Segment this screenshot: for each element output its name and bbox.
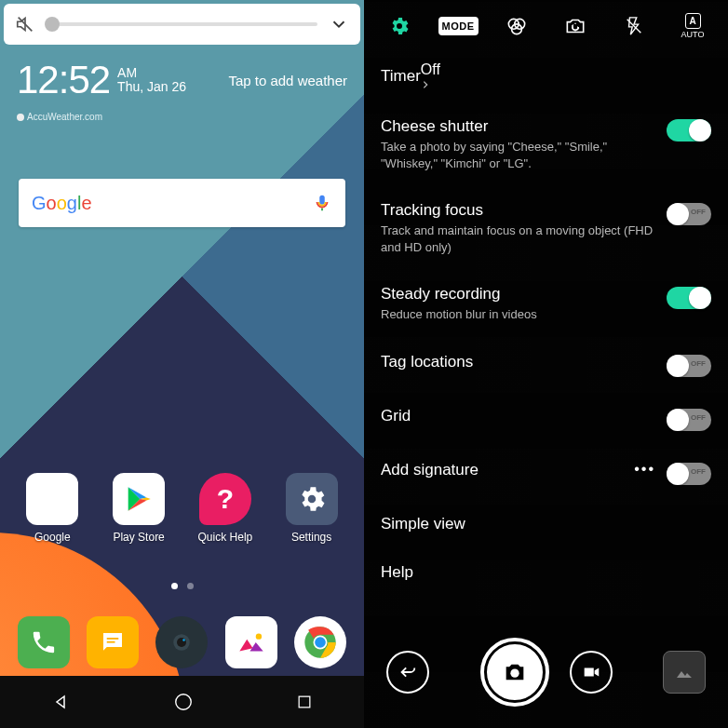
mute-icon [15,14,35,34]
setting-value: Off [421,61,440,77]
svg-point-5 [255,634,261,640]
flash-icon[interactable] [613,16,654,36]
volume-panel [4,4,360,45]
chevron-right-icon [421,78,430,91]
setting-title: Steady recording [381,285,655,303]
setting-title: Tracking focus [381,201,655,220]
app-label: Google [34,531,71,544]
add-weather-prompt[interactable]: Tap to add weather [228,73,347,88]
svg-point-3 [177,638,186,647]
camera-settings-icon[interactable] [379,15,420,37]
mode-label: MODE [438,17,479,35]
accuweather-attribution: AccuWeather.com [17,112,102,122]
auto-label: AUTO [681,30,705,39]
app-label: Settings [291,531,331,544]
app-settings[interactable]: Settings [279,473,344,544]
setting-title: Cheese shutter [381,117,655,136]
camera-topbar: MODE A AUTO [364,0,728,52]
toggle-switch[interactable]: OFF [667,463,711,485]
setting-title: Timer [381,67,421,86]
setting-steady-recording[interactable]: Steady recording Reduce motion blur in v… [381,270,711,338]
dock-gallery[interactable] [219,616,284,668]
clock-date: Thu, Jan 26 [117,80,186,94]
google-logo: Google [32,193,92,214]
shutter-button[interactable] [480,638,549,707]
accuweather-icon [17,114,24,121]
setting-title: Grid [381,407,655,425]
svg-point-8 [315,637,326,648]
accuweather-label: AccuWeather.com [27,112,102,122]
setting-help[interactable]: Help [381,548,711,597]
chevron-down-icon[interactable] [329,14,349,34]
svg-rect-10 [299,696,310,708]
app-row: Google Play Store ? Quick Help Settings [0,473,364,544]
switch-camera-icon[interactable] [555,14,596,38]
dock-messages[interactable] [80,616,145,668]
svg-rect-0 [107,638,119,640]
system-navbar [0,676,364,728]
svg-rect-1 [107,641,115,643]
google-search-bar[interactable]: Google [19,179,345,227]
dock-phone[interactable] [11,616,76,668]
gallery-thumbnail[interactable] [663,651,706,694]
camera-icon [502,659,528,685]
mode-button[interactable]: MODE [438,17,479,35]
home-screen: 12:52 AM Thu, Jan 26 Tap to add weather … [0,0,364,728]
app-play-store[interactable]: Play Store [106,473,171,544]
setting-title: Add signature [381,461,623,479]
app-label: Quick Help [198,531,253,544]
volume-slider[interactable] [47,22,317,26]
setting-subtitle: Take a photo by saying "Cheese," "Smile,… [381,139,655,171]
camera-settings-screen: MODE A AUTO Timer Off Cheese shu [364,0,728,728]
setting-add-signature[interactable]: Add signature ••• OFF [381,446,711,500]
setting-timer[interactable]: Timer Off [381,56,711,102]
svg-point-14 [510,669,519,678]
camera-bottom-bar [364,616,728,728]
toggle-switch[interactable]: ON [667,119,711,142]
app-label: Play Store [113,531,164,544]
camera-settings-list[interactable]: Timer Off Cheese shutter Take a photo by… [364,52,728,597]
clock-weather-widget[interactable]: 12:52 AM Thu, Jan 26 Tap to add weather [17,58,347,102]
toggle-switch[interactable]: ON [667,287,711,309]
svg-point-4 [183,639,186,641]
mic-icon[interactable] [312,193,332,213]
setting-title: Help [381,563,711,582]
auto-letter: A [685,13,701,29]
setting-title: Simple view [381,515,711,533]
toggle-switch[interactable]: OFF [667,355,711,377]
auto-mode-button[interactable]: A AUTO [672,13,713,39]
setting-simple-view[interactable]: Simple view [381,500,711,548]
filter-icon[interactable] [496,14,537,38]
toggle-switch[interactable]: OFF [667,203,711,225]
more-icon[interactable]: ••• [634,461,655,478]
setting-grid[interactable]: Grid OFF [381,392,711,446]
app-quick-help[interactable]: ? Quick Help [193,473,258,544]
home-button[interactable] [173,692,194,712]
setting-subtitle: Track and maintain focus on a moving obj… [381,222,655,255]
svg-point-9 [176,694,192,710]
setting-cheese-shutter[interactable]: Cheese shutter Take a photo by saying "C… [381,102,711,186]
setting-title: Tag locations [381,353,655,371]
toggle-switch[interactable]: OFF [667,409,711,431]
back-button[interactable] [50,691,73,713]
dock-camera[interactable] [149,616,214,668]
dock-chrome[interactable] [288,616,353,668]
setting-tracking-focus[interactable]: Tracking focus Track and maintain focus … [381,186,711,270]
dock [0,616,364,668]
video-record-button[interactable] [570,651,613,694]
app-google-folder[interactable]: Google [20,473,85,544]
page-indicator[interactable] [0,583,364,589]
camera-back-button[interactable] [386,651,429,694]
setting-tag-locations[interactable]: Tag locations OFF [381,338,711,392]
clock-time: 12:52 [17,58,110,102]
clock-ampm: AM [117,66,186,80]
setting-subtitle: Reduce motion blur in videos [381,306,655,323]
recents-button[interactable] [295,693,314,711]
